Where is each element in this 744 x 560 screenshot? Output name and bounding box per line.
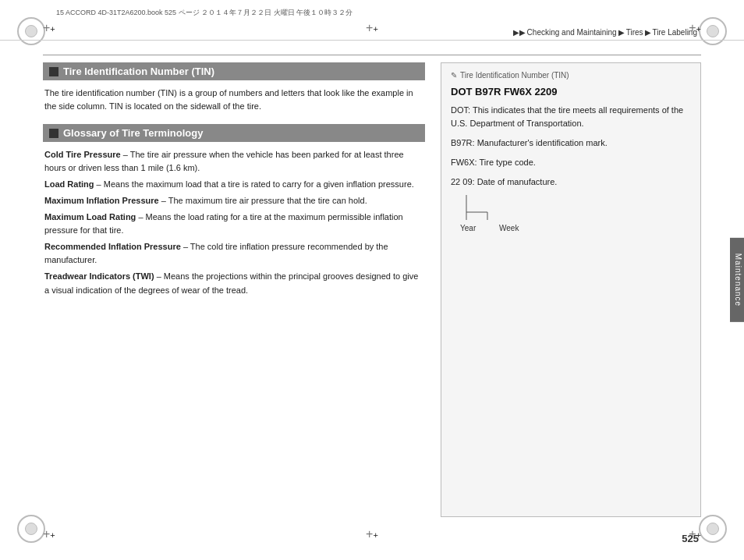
glossary-section-header: Glossary of Tire Terminology (43, 124, 425, 142)
glossary-def-1: – Means the maximum load that a tire is … (94, 179, 414, 189)
right-col-title-text: Tire Identification Number (TIN) (460, 71, 569, 80)
glossary-term-5: Treadwear Indicators (TWI) (44, 271, 154, 281)
tin-header-icon (49, 67, 58, 76)
glossary-item-0: Cold Tire Pressure – The tire air pressu… (44, 148, 423, 175)
breadcrumb-part1: Checking and Maintaining (527, 28, 617, 37)
corner-mark-br (699, 515, 727, 543)
tin-desc-3: 22 09: Date of manufacture. (451, 175, 691, 189)
svg-text:Year: Year (460, 224, 477, 232)
breadcrumb-arrow3: ▶ (645, 28, 651, 37)
breadcrumb-part2: Tires (626, 28, 643, 37)
glossary-item-4: Recommended Inflation Pressure – The col… (44, 240, 423, 267)
glossary-def-2: – The maximum tire air pressure that the… (159, 196, 367, 205)
tin-desc-0: DOT: This indicates that the tire meets … (451, 104, 691, 130)
glossary-header-icon (49, 129, 58, 138)
tin-desc-2: FW6X: Tire type code. (451, 156, 691, 169)
glossary-item-1: Load Rating – Means the maximum load tha… (44, 178, 423, 191)
breadcrumb: ▶▶ Checking and Maintaining ▶ Tires ▶ Ti… (513, 28, 697, 37)
main-content: Tire Identification Number (TIN) The tir… (43, 62, 701, 517)
glossary-item-5: Treadwear Indicators (TWI) – Means the p… (44, 270, 423, 296)
glossary-item-2: Maximum Inflation Pressure – The maximum… (44, 194, 423, 207)
right-col-title-prefix: ✎ (451, 71, 457, 80)
glossary-item-3: Maximum Load Rating – Means the load rat… (44, 211, 423, 237)
tin-number: DOT B97R FW6X 2209 (451, 86, 691, 97)
side-tab: Maintenance (730, 238, 744, 322)
glossary-term-4: Recommended Inflation Pressure (44, 242, 181, 251)
tin-desc-1: B97R: Manufacturer's identification mark… (451, 136, 691, 150)
left-column: Tire Identification Number (TIN) The tir… (43, 62, 441, 517)
breadcrumb-arrow1: ▶▶ (513, 28, 526, 37)
glossary-term-0: Cold Tire Pressure (44, 150, 121, 159)
right-column: ✎ Tire Identification Number (TIN) DOT B… (441, 62, 701, 517)
glossary-term-3: Maximum Load Rating (44, 212, 136, 222)
glossary-term-2: Maximum Inflation Pressure (44, 196, 159, 205)
tin-section: Tire Identification Number (TIN) The tir… (43, 62, 425, 113)
glossary-body: Cold Tire Pressure – The tire air pressu… (43, 148, 425, 296)
glossary-term-1: Load Rating (44, 179, 94, 189)
crosshair-bottom-left: + (43, 528, 55, 541)
year-week-svg: Year Week (460, 195, 554, 234)
tin-section-title: Tire Identification Number (TIN) (63, 66, 214, 77)
glossary-section-title: Glossary of Tire Terminology (63, 127, 203, 139)
breadcrumb-arrow2: ▶ (618, 28, 625, 37)
svg-text:Week: Week (499, 224, 519, 232)
glossary-section: Glossary of Tire Terminology Cold Tire P… (43, 124, 425, 296)
crosshair-bottom-center: + (366, 528, 378, 541)
year-week-diagram: Year Week (451, 195, 691, 236)
file-info: 15 ACCORD 4D-31T2A6200.book 525 ページ ２０１４… (56, 8, 353, 18)
tin-section-header: Tire Identification Number (TIN) (43, 62, 425, 80)
tin-section-body: The tire identification number (TIN) is … (43, 87, 425, 113)
corner-mark-bl (17, 515, 45, 543)
top-rule (43, 55, 701, 55)
breadcrumb-part3: Tire Labeling (653, 28, 697, 37)
top-bar: 15 ACCORD 4D-31T2A6200.book 525 ページ ２０１４… (0, 0, 744, 41)
right-col-title: ✎ Tire Identification Number (TIN) (451, 71, 691, 80)
page-number: 525 (682, 533, 699, 544)
